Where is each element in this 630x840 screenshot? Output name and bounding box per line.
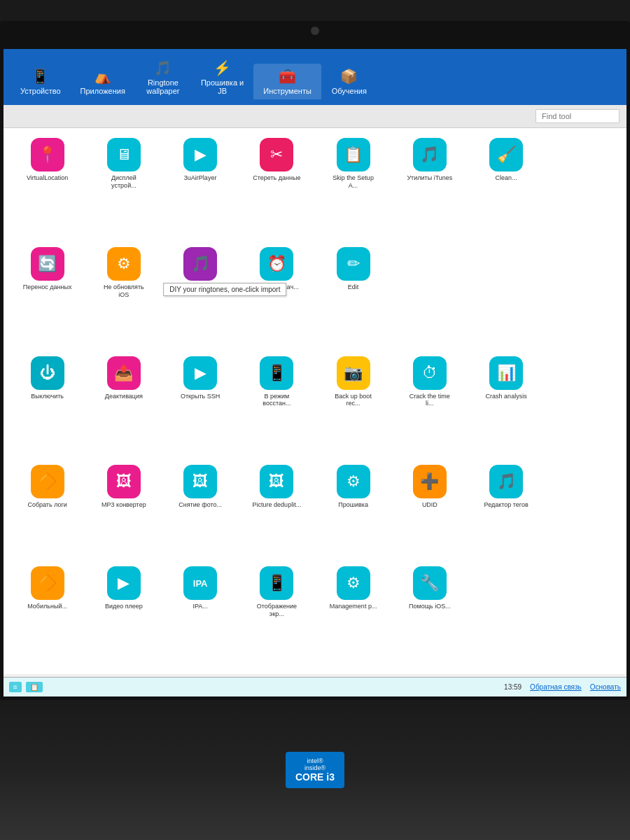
tool-empty-4 — [546, 244, 620, 348]
boot-backup-icon: 📷 — [337, 356, 370, 390]
crash-analysis-icon: 📊 — [489, 356, 523, 390]
tool-deactivate[interactable]: 📤 Деактивация — [87, 354, 160, 457]
screen: 📱 Устройство ⛺ Приложения 🎵 Ringtonewall… — [4, 49, 626, 696]
crack-time-label: Crack the time li... — [405, 393, 454, 408]
open-ssh-label: Открыть SSH — [181, 393, 220, 400]
tool-screenshot[interactable]: 🖼 Снятие фото... — [164, 462, 237, 558]
tool-create-ringtone[interactable]: 🎵 Создать... DIY your ringtones, one-cli… — [164, 244, 237, 348]
tool-erase-data[interactable]: ✂ Стереть данные — [240, 135, 314, 239]
tool-skip-setup[interactable]: 📋 Skip the Setup A... — [316, 135, 390, 239]
nav-item-tools[interactable]: 🧰 Инструменты — [253, 64, 321, 99]
tool-no-update-ios[interactable]: ⚙ Не обновлять iOS — [87, 244, 160, 348]
collect-logs-icon: 🔶 — [31, 465, 64, 498]
skip-setup-label: Skip the Setup A... — [329, 174, 378, 190]
taskbar-feedback[interactable]: Обратная связь — [530, 683, 582, 691]
mobile-helper-icon: 🔶 — [31, 566, 64, 600]
intel-inside-label: intel® — [295, 757, 335, 764]
device-icon: 📱 — [31, 68, 49, 85]
tool-mobile-helper[interactable]: 🔶 Мобильный... — [10, 564, 84, 667]
tool-display-device[interactable]: 🖥 Дисплей устрой... — [87, 135, 160, 239]
tool-recovery-mode[interactable]: 📱 В режим восстан... — [240, 354, 314, 457]
no-update-ios-icon: ⚙ — [107, 247, 141, 281]
laptop-frame: 📱 Устройство ⛺ Приложения 🎵 Ringtonewall… — [0, 0, 630, 840]
taskbar-start-btn[interactable]: ≡ — [9, 682, 22, 692]
shutdown-label: Выключить — [31, 393, 64, 400]
screenshot-label: Снятие фото... — [178, 501, 222, 509]
display-device-label: Дисплей устрой... — [99, 174, 148, 190]
apps-icon: ⛺ — [94, 68, 111, 85]
edit-icon: ✏ — [337, 247, 370, 281]
tool-video-play[interactable]: ▶ Видео плеер — [87, 564, 160, 667]
tool-crack-time[interactable]: ⏱ Crack the time li... — [393, 354, 466, 457]
erase-data-label: Стереть данные — [253, 174, 300, 182]
find-tool-bar — [4, 105, 626, 128]
management-icon: ⚙ — [337, 566, 370, 600]
nav-item-firmware[interactable]: ⚡ Прошивка иJB — [191, 55, 253, 99]
erase-data-icon: ✂ — [260, 138, 293, 172]
firmware2-label: Прошивка — [338, 501, 368, 509]
intel-badge: intel® inside® CORE i3 — [286, 752, 344, 788]
nav-item-ringtone[interactable]: 🎵 Ringtonewallpaper — [135, 55, 191, 99]
management-label: Management р... — [330, 603, 377, 610]
tool-ios-helper[interactable]: 🔧 Помощь iOS... — [393, 564, 466, 667]
tool-itunes-utils[interactable]: 🎵 Утилиты iTunes — [393, 135, 466, 239]
clean-label: Clean... — [496, 174, 517, 182]
nav-item-apps[interactable]: ⛺ Приложения — [71, 64, 135, 99]
tool-picture-dedup[interactable]: 🖼 Picture deduplit... — [240, 462, 314, 558]
udid-icon: ➕ — [413, 465, 447, 498]
edit-label: Edit — [348, 284, 359, 291]
ipa-label: IPA... — [192, 603, 207, 610]
nav-item-device[interactable]: 📱 Устройство — [10, 64, 71, 99]
picture-dedup-label: Picture deduplit... — [253, 501, 302, 509]
tool-crash-analysis[interactable]: 📊 Crash analysis — [470, 354, 543, 457]
tool-empty-6 — [546, 462, 620, 558]
tool-ipa[interactable]: IPA IPA... — [164, 564, 237, 667]
tool-firmware2[interactable]: ⚙ Прошивка — [316, 462, 390, 558]
no-update-ios-label: Не обновлять iOS — [99, 284, 148, 299]
tools-icon: 🧰 — [279, 68, 296, 85]
clean-icon: 🧹 — [489, 138, 523, 172]
tool-tag-editor[interactable]: 🎵 Редактор тегов — [470, 462, 543, 558]
tool-data-transfer[interactable]: 🔄 Перенос данных — [10, 244, 84, 348]
crack-time-icon: ⏱ — [413, 356, 447, 390]
skip-setup-icon: 📋 — [337, 138, 370, 172]
collect-logs-label: Собрать логи — [27, 501, 66, 509]
screenshot-icon: 🖼 — [183, 465, 217, 498]
tool-collect-logs[interactable]: 🔶 Собрать логи — [10, 462, 84, 558]
tool-screen-mirror[interactable]: 📱 Отображение экр... — [240, 564, 314, 667]
taskbar-time: 13:59 — [504, 683, 522, 691]
ipa-icon: IPA — [183, 566, 217, 600]
create-ringtone-icon: 🎵 — [183, 247, 217, 281]
tool-open-ssh[interactable]: ▶ Открыть SSH — [164, 354, 237, 457]
tool-edit[interactable]: ✏ Edit — [316, 244, 390, 348]
ringtone-icon: 🎵 — [154, 59, 172, 76]
picture-dedup-icon: 🖼 — [260, 465, 293, 498]
itunes-utils-label: Утилиты iTunes — [407, 174, 452, 182]
find-tool-input[interactable] — [536, 109, 620, 123]
tool-airplayer[interactable]: ▶ 3uAirPlayer — [164, 135, 237, 239]
tool-management[interactable]: ⚙ Management р... — [316, 564, 390, 667]
data-transfer-icon: 🔄 — [31, 247, 64, 281]
video-play-label: Видео плеер — [105, 603, 143, 610]
tool-boot-backup[interactable]: 📷 Back up boot rec... — [316, 354, 390, 457]
taskbar-app-btn[interactable]: 📋 — [26, 682, 43, 692]
nav-apps-label: Приложения — [80, 87, 125, 95]
nav-learn-label: Обучения — [332, 87, 367, 95]
tool-mp3-converter[interactable]: 🖼 MP3 конвертер — [87, 462, 160, 558]
ios-helper-icon: 🔧 — [413, 566, 447, 600]
tool-virtual-location[interactable]: 📍 VirtualLocation — [10, 135, 84, 239]
crash-analysis-label: Crash analysis — [486, 393, 527, 400]
nav-item-learn[interactable]: 📦 Обучения — [321, 64, 377, 99]
data-transfer-label: Перенос данных — [23, 284, 72, 291]
tool-clean[interactable]: 🧹 Clean... — [470, 135, 543, 239]
taskbar-support[interactable]: Основать — [590, 683, 621, 691]
nav-tools-label: Инструменты — [263, 87, 312, 95]
tool-udid[interactable]: ➕ UDID — [393, 462, 466, 558]
tool-shutdown[interactable]: ⏻ Выключить — [10, 354, 84, 457]
laptop-bottom: intel® inside® CORE i3 — [0, 700, 630, 840]
taskbar-left: ≡ 📋 — [9, 682, 43, 692]
mobile-helper-label: Мобильный... — [27, 603, 67, 610]
tool-empty-2 — [393, 244, 466, 348]
boot-backup-label: Back up boot rec... — [329, 393, 378, 408]
open-ssh-icon: ▶ — [183, 356, 217, 390]
